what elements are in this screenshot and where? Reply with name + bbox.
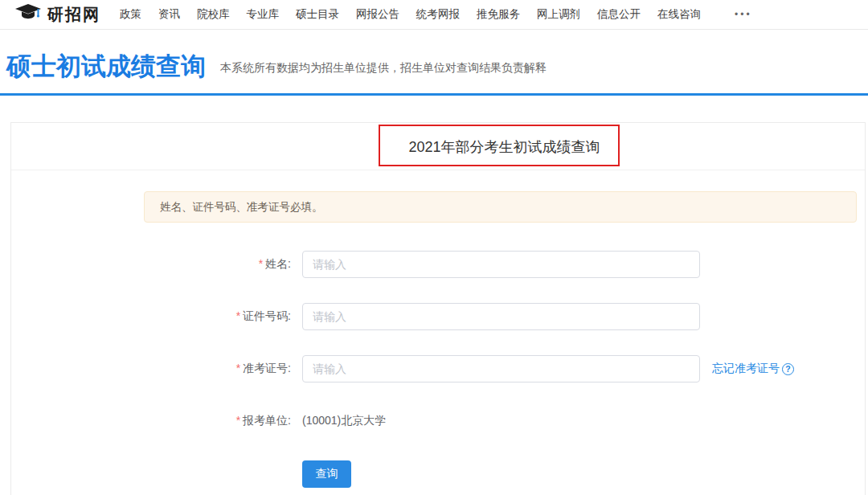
id-number-input[interactable] [302, 303, 700, 330]
name-field-label: *姓名: [144, 257, 302, 272]
site-logo-text: 研招网 [47, 4, 100, 26]
nav-item-online-announcement[interactable]: 网报公告 [356, 7, 399, 22]
target-unit-row: *报考单位: (10001)北京大学 [144, 407, 865, 435]
nav-item-unified-exam[interactable]: 统考网报 [416, 7, 460, 22]
ticket-number-field-row: *准考证号: 忘记准考证号? [144, 355, 865, 382]
top-navigation: 研招网 政策 资讯 院校库 专业库 硕士目录 网报公告 统考网报 推免服务 网上… [0, 0, 868, 30]
score-query-page: 研招网 政策 资讯 院校库 专业库 硕士目录 网报公告 统考网报 推免服务 网上… [0, 0, 868, 495]
required-asterisk: * [236, 362, 240, 374]
id-number-field-row: *证件号码: [144, 303, 865, 330]
ticket-number-field-label: *准考证号: [144, 362, 302, 376]
nav-item-online-consult[interactable]: 在线咨询 [657, 7, 701, 22]
nav-item-info-disclosure[interactable]: 信息公开 [597, 7, 641, 22]
ticket-number-input[interactable] [302, 355, 700, 382]
query-panel: 2021年部分考生初试成绩查询 姓名、证件号码、准考证号必填。 *姓名: *证件… [10, 122, 866, 495]
required-fields-notice: 姓名、证件号码、准考证号必填。 [144, 191, 857, 223]
page-header: 硕士初试成绩查询 本系统所有数据均为招生单位提供，招生单位对查询结果负责解释 [0, 30, 868, 93]
target-unit-label: *报考单位: [144, 414, 302, 428]
required-asterisk: * [236, 414, 240, 427]
target-unit-value: (10001)北京大学 [302, 414, 386, 428]
nav-item-master-catalog[interactable]: 硕士目录 [296, 7, 339, 22]
query-button[interactable]: 查询 [302, 460, 351, 488]
nav-item-college-library[interactable]: 院校库 [197, 7, 230, 22]
panel-title-row: 2021年部分考生初试成绩查询 [11, 123, 865, 170]
nav-menu: 政策 资讯 院校库 专业库 硕士目录 网报公告 统考网报 推免服务 网上调剂 信… [120, 7, 752, 22]
nav-item-exempt-service[interactable]: 推免服务 [477, 7, 520, 22]
page-subtitle: 本系统所有数据均为招生单位提供，招生单位对查询结果负责解释 [220, 61, 547, 79]
id-number-field-label: *证件号码: [144, 309, 302, 324]
name-field-row: *姓名: [144, 251, 865, 278]
required-asterisk: * [236, 309, 240, 322]
header-divider [0, 93, 868, 96]
site-logo[interactable]: 研招网 [14, 4, 100, 26]
nav-item-news[interactable]: 资讯 [158, 7, 180, 22]
nav-item-major-library[interactable]: 专业库 [247, 7, 280, 22]
forgot-ticket-link[interactable]: 忘记准考证号? [712, 362, 794, 376]
name-input[interactable] [302, 251, 700, 278]
nav-more-dots-icon[interactable]: ••• [735, 9, 752, 20]
submit-row: 查询 [144, 460, 865, 488]
panel-title: 2021年部分考生初试成绩查询 [144, 123, 865, 170]
query-form: 姓名、证件号码、准考证号必填。 *姓名: *证件号码: *准考证号: 忘记准考证… [11, 170, 865, 488]
required-asterisk: * [259, 257, 263, 270]
nav-item-online-adjustment[interactable]: 网上调剂 [537, 7, 580, 22]
nav-item-policy[interactable]: 政策 [120, 7, 141, 22]
question-mark-icon: ? [782, 363, 794, 375]
page-title: 硕士初试成绩查询 [6, 54, 206, 79]
graduation-cap-icon [14, 4, 42, 26]
